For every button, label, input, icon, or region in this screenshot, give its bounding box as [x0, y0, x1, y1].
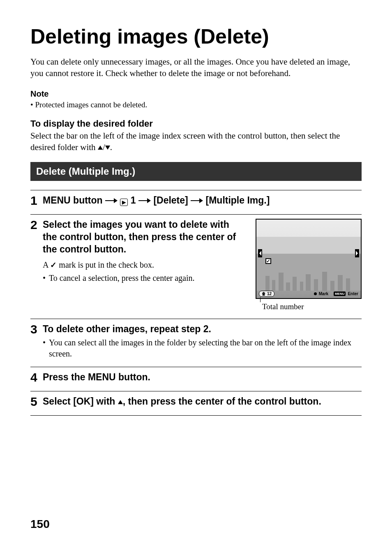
folder-body-b: .	[110, 142, 112, 152]
step-3-number: 3	[30, 323, 39, 336]
intro-paragraph: You can delete only unnecessary images, …	[30, 56, 362, 79]
step-1-number: 1	[30, 194, 39, 207]
step-2-bullet: • To cancel a selection, press the cente…	[43, 273, 246, 284]
step-2-sub-b: mark is put in the check box.	[57, 260, 154, 269]
step-5: 5 Select [OK] with , then press the cent…	[30, 391, 362, 408]
bullet-icon: •	[43, 273, 46, 284]
step-1-lead: MENU button	[43, 195, 105, 206]
trash-icon: 🗑	[262, 292, 266, 296]
step-3-bullet: • You can select all the images in the f…	[43, 337, 362, 359]
selection-checkbox-icon: ✓	[265, 258, 271, 264]
arrow-right-icon	[191, 198, 203, 203]
triangle-up-icon	[118, 400, 123, 404]
step-5-head-a: Select [OK] with	[43, 396, 118, 407]
prev-image-icon	[258, 249, 262, 257]
menu-button-icon: MENU	[334, 292, 346, 296]
folder-body-a: Select the bar on the left of the image …	[30, 131, 340, 152]
page-number: 150	[30, 518, 50, 531]
figure-caption: Total number	[262, 302, 362, 311]
step-5-head-b: , then press the center of the control b…	[123, 396, 321, 407]
step-3: 3 To delete other images, repeat step 2.…	[30, 319, 362, 359]
total-count-badge: 🗑 12	[259, 291, 274, 297]
folder-heading: To display the desired folder	[30, 118, 362, 129]
total-count-value: 12	[267, 292, 272, 296]
step-2-number: 2	[30, 219, 39, 256]
triangle-down-icon	[105, 146, 110, 150]
step-1-multi: [Multiple Img.]	[206, 195, 270, 206]
step-2-bullet-text: To cancel a selection, press the center …	[49, 273, 195, 284]
next-image-icon	[355, 249, 359, 257]
bullet-icon: •	[43, 337, 46, 359]
step-3-bullet-text: You can select all the images in the fol…	[49, 337, 362, 359]
camera-display-figure: ✓ 🗑 12 Mark MENU Enter	[256, 219, 362, 299]
step-4-number: 4	[30, 371, 39, 384]
mark-label: Mark	[319, 292, 328, 296]
triangle-up-icon	[98, 146, 103, 150]
step-2-sub-a: A	[43, 260, 50, 269]
arrow-right-icon	[105, 198, 118, 203]
enter-label: Enter	[348, 292, 358, 296]
step-1: 1 MENU button ▶ 1 [Delete] [Multiple Img…	[30, 190, 362, 207]
note-heading: Note	[30, 89, 362, 99]
folder-body: Select the bar on the left of the image …	[30, 130, 362, 153]
section-banner: Delete (Multiple Img.)	[30, 162, 362, 181]
step-3-head: To delete other images, repeat step 2.	[43, 323, 211, 336]
note-text: Protected images cannot be deleted.	[35, 100, 147, 109]
page-title: Deleting images (Delete)	[30, 25, 362, 49]
checkmark-icon: ✓	[50, 260, 57, 271]
step-2-head: Select the images you want to delete wit…	[43, 219, 246, 256]
step-1-delete: [Delete]	[153, 195, 191, 206]
center-button-icon	[314, 292, 317, 295]
step-2-subtext: A ✓ mark is put in the check box.	[43, 259, 246, 271]
bottom-rule	[30, 415, 362, 416]
playback-icon: ▶	[120, 199, 128, 206]
step-4: 4 Press the MENU button.	[30, 367, 362, 384]
step-1-head: MENU button ▶ 1 [Delete] [Multiple Img.]	[43, 194, 270, 207]
step-1-menu-num: 1	[131, 195, 138, 206]
step-5-head: Select [OK] with , then press the center…	[43, 396, 321, 408]
arrow-right-icon	[138, 198, 151, 203]
note-body: • Protected images cannot be deleted.	[30, 100, 362, 109]
step-2: 2 Select the images you want to delete w…	[30, 214, 362, 311]
step-4-head: Press the MENU button.	[43, 371, 150, 384]
step-5-number: 5	[30, 396, 39, 408]
